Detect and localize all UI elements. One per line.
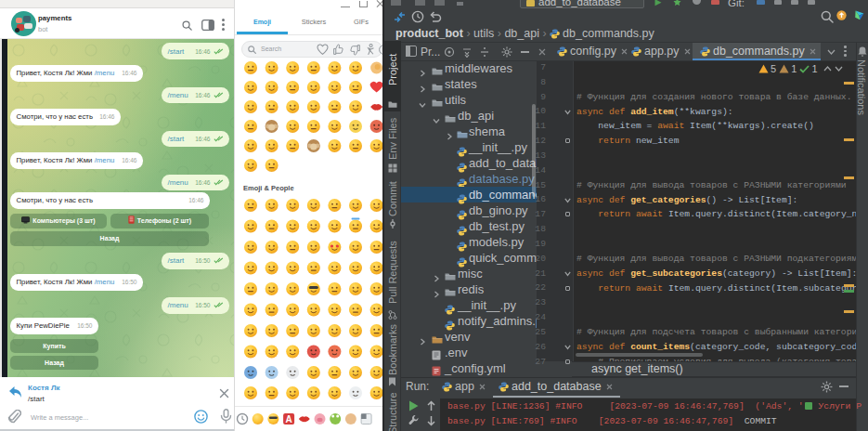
svg-text:Emoji & People: Emoji & People	[243, 184, 294, 192]
svg-text:A: A	[285, 414, 291, 424]
